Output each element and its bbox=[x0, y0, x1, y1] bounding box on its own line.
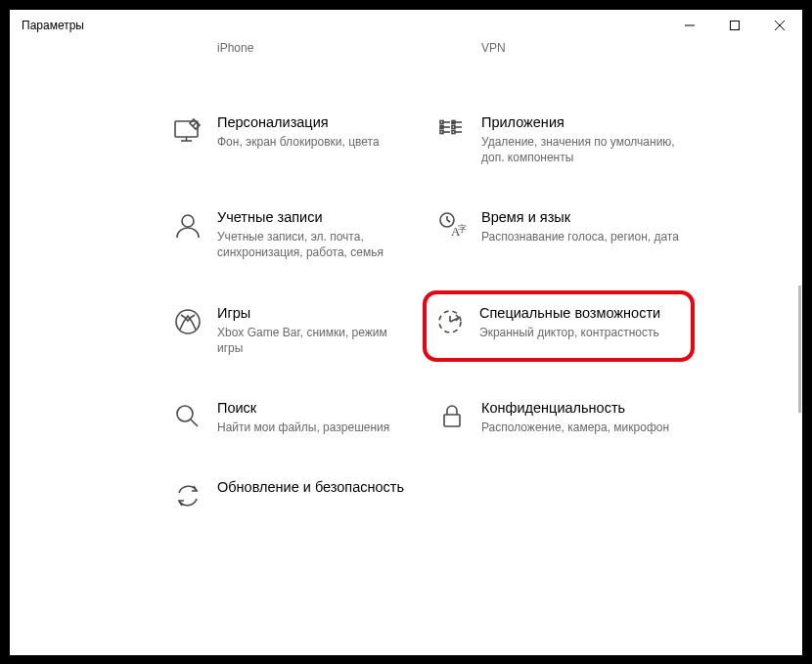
svg-text:字: 字 bbox=[458, 224, 467, 234]
tile-desc: Распознавание голоса, регион, дата bbox=[481, 229, 679, 244]
svg-rect-14 bbox=[440, 120, 443, 123]
gaming-icon bbox=[172, 306, 203, 337]
tile-phone[interactable]: iPhone bbox=[166, 41, 421, 76]
svg-rect-19 bbox=[452, 130, 455, 133]
content-area: iPhone VPN bbox=[10, 41, 802, 655]
privacy-icon bbox=[436, 401, 468, 432]
tile-accounts[interactable]: Учетные записи Учетные записи, эл. почта… bbox=[166, 202, 421, 267]
close-icon bbox=[775, 21, 785, 30]
tile-desc: VPN bbox=[481, 41, 679, 56]
tile-desc: Расположение, камера, микрофон bbox=[481, 420, 679, 435]
tile-ease-of-access[interactable]: Специальные возможности Экранный диктор,… bbox=[423, 290, 695, 363]
scrollbar-thumb[interactable] bbox=[798, 286, 801, 413]
tile-title: Специальные возможности bbox=[479, 304, 683, 322]
maximize-icon bbox=[730, 21, 740, 30]
accounts-icon bbox=[172, 210, 203, 242]
tile-desc: iPhone bbox=[217, 41, 415, 56]
tile-title: Время и язык bbox=[481, 208, 679, 226]
svg-point-20 bbox=[182, 215, 194, 227]
tile-title: Конфиденциальность bbox=[481, 399, 679, 417]
svg-line-7 bbox=[193, 122, 197, 126]
tile-title: Поиск bbox=[217, 399, 415, 417]
close-button[interactable] bbox=[757, 10, 802, 41]
tile-title: Приложения bbox=[481, 113, 679, 131]
tile-search[interactable]: Поиск Найти мои файлы, разрешения bbox=[166, 393, 421, 441]
tile-network[interactable]: VPN bbox=[430, 41, 685, 76]
tile-title: Персонализация bbox=[217, 113, 415, 131]
svg-rect-18 bbox=[440, 130, 443, 133]
tile-time-language[interactable]: A 字 Время и язык Распознавание голоса, р… bbox=[430, 202, 685, 267]
tile-desc: Фон, экран блокировки, цвета bbox=[217, 134, 415, 150]
maximize-button[interactable] bbox=[712, 10, 757, 41]
tile-title: Учетные записи bbox=[217, 208, 415, 226]
tile-desc: Учетные записи, эл. почта, синхронизация… bbox=[217, 229, 415, 260]
tile-desc: Экранный диктор, контрастность bbox=[479, 325, 683, 340]
ease-of-access-icon bbox=[434, 306, 466, 337]
personalization-icon bbox=[172, 115, 203, 147]
tile-desc: Найти мои файлы, разрешения bbox=[217, 420, 415, 435]
settings-window: Параметры iPhone bbox=[10, 10, 802, 655]
time-language-icon: A 字 bbox=[436, 210, 468, 242]
svg-rect-17 bbox=[452, 125, 455, 128]
svg-point-29 bbox=[177, 406, 193, 421]
network-icon bbox=[436, 41, 468, 70]
svg-rect-15 bbox=[452, 120, 455, 123]
minimize-button[interactable] bbox=[667, 10, 712, 41]
tile-title: Обновление и безопасность bbox=[217, 478, 415, 496]
search-icon bbox=[172, 401, 203, 432]
tile-desc: Xbox Game Bar, снимки, режим игры bbox=[217, 325, 415, 356]
apps-icon bbox=[436, 115, 468, 147]
tile-grid: iPhone VPN bbox=[166, 41, 685, 518]
titlebar: Параметры bbox=[10, 10, 802, 41]
tile-desc: Удаление, значения по умолчанию, доп. ко… bbox=[481, 134, 679, 165]
tile-apps[interactable]: Приложения Удаление, значения по умолчан… bbox=[430, 108, 685, 172]
svg-rect-1 bbox=[731, 21, 740, 29]
svg-rect-16 bbox=[440, 125, 443, 128]
tile-privacy[interactable]: Конфиденциальность Расположение, камера,… bbox=[430, 393, 685, 441]
minimize-icon bbox=[685, 21, 695, 30]
phone-icon bbox=[172, 41, 203, 70]
tile-personalization[interactable]: Персонализация Фон, экран блокировки, цв… bbox=[166, 108, 421, 172]
window-title: Параметры bbox=[22, 19, 84, 32]
tile-title: Игры bbox=[217, 304, 415, 322]
svg-rect-31 bbox=[444, 415, 460, 426]
svg-line-30 bbox=[191, 420, 198, 426]
update-icon bbox=[172, 480, 203, 511]
tile-update-security[interactable]: Обновление и безопасность bbox=[166, 472, 421, 517]
svg-line-23 bbox=[447, 220, 450, 222]
tile-gaming[interactable]: Игры Xbox Game Bar, снимки, режим игры bbox=[166, 298, 421, 363]
